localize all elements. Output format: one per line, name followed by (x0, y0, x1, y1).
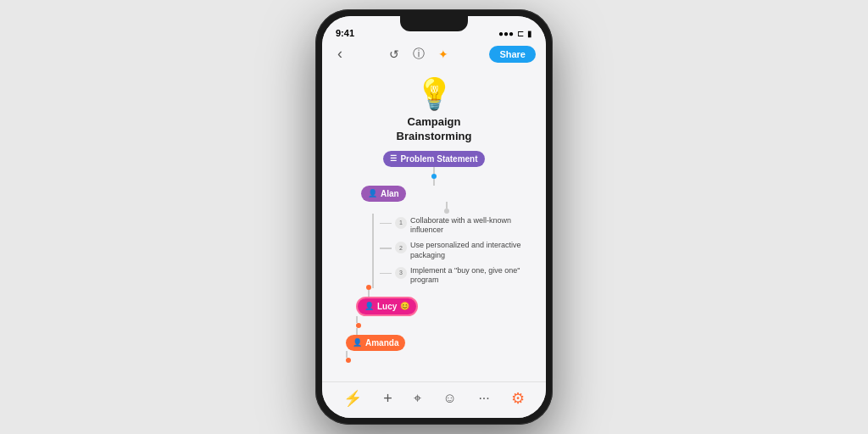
alan-label: Alan (381, 189, 399, 198)
problem-label: Problem Statement (400, 154, 477, 164)
horiz-line-2 (380, 248, 392, 249)
connector-1 (433, 167, 435, 174)
diagram-title: CampaignBrainstorming (397, 115, 472, 144)
emoji-icon[interactable]: ☺ (443, 391, 457, 406)
connector-2 (433, 179, 435, 186)
info-button[interactable]: ⓘ (410, 45, 427, 64)
amanda-icon: 👤 (353, 338, 362, 347)
flow-container: ☰ Problem Statement 👤 Alan (336, 151, 532, 363)
alan-chip[interactable]: 👤 Alan (361, 186, 406, 202)
battery-icon: ▮ (527, 29, 532, 38)
lucy-emoji: 😊 (400, 302, 409, 310)
toolbar-right: Share (489, 46, 536, 63)
branch-container: 1 Collaborate with a well-known influenc… (336, 214, 532, 288)
toolbar-center: ↺ ⓘ ✦ (387, 45, 451, 64)
lightning-icon[interactable]: ⚡ (343, 389, 362, 408)
connector-5 (356, 316, 358, 323)
settings-icon[interactable]: ⚙ (511, 389, 525, 408)
phone-notch (400, 16, 468, 31)
branch-text-1: Collaborate with a well-known influencer (410, 216, 532, 236)
signal-icon: ●●● (498, 29, 514, 38)
branch-text-3: Implement a "buy one, give one" program (410, 266, 532, 286)
list-item: 2 Use personalized and interactive packa… (380, 238, 532, 263)
toolbar-left: ‹ (332, 43, 348, 64)
vert-line (372, 214, 374, 288)
lucy-chip[interactable]: 👤 Lucy 😊 (356, 297, 418, 316)
undo-button[interactable]: ↺ (387, 46, 402, 63)
back-button[interactable]: ‹ (332, 43, 348, 64)
num-circle-3: 3 (395, 267, 407, 279)
phone-frame: 9:41 ●●● ⊏ ▮ ‹ ↺ ⓘ ✦ Share 💡 Campa (315, 9, 553, 425)
amanda-label: Amanda (365, 338, 398, 348)
amanda-chip[interactable]: 👤 Amanda (346, 335, 405, 351)
connector-3 (446, 202, 448, 209)
share-button[interactable]: Share (489, 46, 536, 63)
horiz-line-3 (380, 273, 392, 275)
toolbar: ‹ ↺ ⓘ ✦ Share (322, 40, 546, 70)
search-icon[interactable]: ⌖ (414, 391, 421, 406)
bottom-bar: ⚡ + ⌖ ☺ ··· ⚙ (322, 381, 546, 418)
add-button[interactable]: + (383, 390, 392, 408)
alan-node: 👤 Alan (336, 186, 532, 214)
alan-icon: 👤 (368, 189, 377, 198)
list-item: 1 Collaborate with a well-known influenc… (380, 214, 532, 238)
status-time: 9:41 (336, 28, 354, 38)
lucy-icon: 👤 (364, 302, 374, 310)
branch-text-2: Use personalized and interactive packagi… (410, 241, 532, 260)
horiz-line-1 (380, 223, 392, 225)
status-icons: ●●● ⊏ ▮ (498, 29, 532, 38)
connector-6 (356, 328, 358, 335)
more-button[interactable]: ··· (478, 391, 489, 406)
problem-icon: ☰ (390, 154, 397, 163)
problem-node: ☰ Problem Statement (336, 151, 532, 186)
title-emoji: 💡 (415, 76, 453, 112)
branch-items: 1 Collaborate with a well-known influenc… (380, 214, 532, 288)
connector-4 (368, 290, 370, 297)
dot-5 (346, 358, 351, 363)
phone-screen: 9:41 ●●● ⊏ ▮ ‹ ↺ ⓘ ✦ Share 💡 Campa (322, 16, 546, 418)
lucy-node: 👤 Lucy 😊 (336, 297, 532, 335)
wifi-icon: ⊏ (517, 29, 524, 38)
amanda-node: 👤 Amanda (336, 335, 532, 363)
main-content: 💡 CampaignBrainstorming ☰ Problem Statem… (322, 70, 546, 381)
connector-7 (346, 351, 348, 358)
num-circle-1: 1 (395, 217, 407, 229)
list-item: 3 Implement a "buy one, give one" progra… (380, 264, 532, 288)
collab-button[interactable]: ✦ (436, 46, 451, 63)
branch-line (366, 214, 380, 288)
lucy-label: Lucy (377, 302, 397, 311)
problem-chip[interactable]: ☰ Problem Statement (383, 151, 484, 167)
num-circle-2: 2 (395, 242, 407, 253)
